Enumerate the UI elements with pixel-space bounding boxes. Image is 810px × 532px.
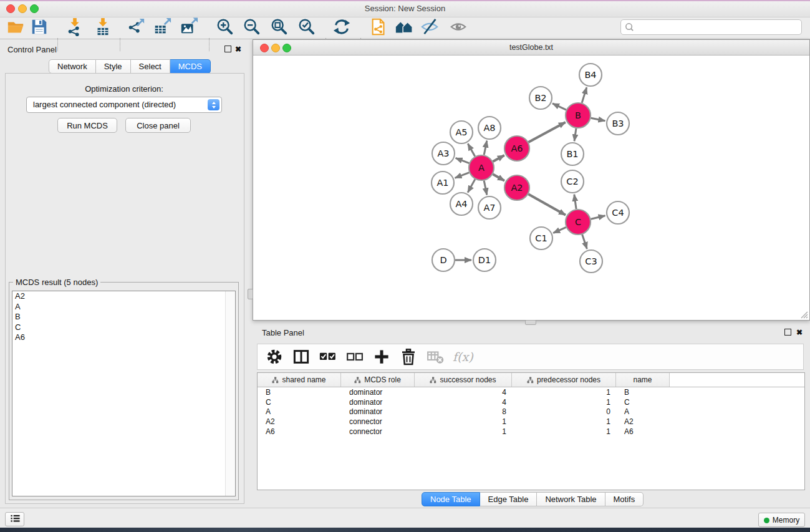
graph-node-label: B4 xyxy=(584,70,596,80)
graph-node-A3[interactable]: A3 xyxy=(432,142,455,165)
export-table-button[interactable] xyxy=(152,17,173,38)
graph-node-D1[interactable]: D1 xyxy=(473,249,496,271)
search-field[interactable] xyxy=(620,19,802,35)
column-header-shared-name[interactable]: shared name xyxy=(258,373,341,387)
column-header-predecessor-nodes[interactable]: predecessor nodes xyxy=(512,373,616,387)
float-panel-icon[interactable] xyxy=(224,46,231,52)
create-network-from-file-button[interactable] xyxy=(368,17,389,38)
run-mcds-button[interactable]: Run MCDS xyxy=(57,118,117,133)
close-table-panel-icon[interactable]: ✖ xyxy=(796,329,803,336)
horizontal-splitter-handle[interactable] xyxy=(525,320,536,325)
network-window-titlebar[interactable]: testGlobe.txt xyxy=(253,40,809,56)
graph-node-label: B3 xyxy=(612,118,624,128)
mcds-result-item[interactable]: A6 xyxy=(12,332,235,343)
float-table-panel-icon[interactable] xyxy=(784,329,791,336)
table-row[interactable]: Cdominator41C xyxy=(258,397,804,407)
scrollbar-track[interactable] xyxy=(225,291,235,496)
search-input[interactable] xyxy=(636,21,798,33)
tab-mcds[interactable]: MCDS xyxy=(170,59,211,74)
first-neighbors-button[interactable] xyxy=(393,17,415,38)
graph-edge-A2-C xyxy=(528,194,566,215)
tab-style[interactable]: Style xyxy=(96,59,131,74)
graph-edge-A-A2 xyxy=(493,174,504,180)
hide-selected-button[interactable] xyxy=(419,17,440,38)
attribute-tree-icon xyxy=(354,377,361,384)
export-network-button[interactable] xyxy=(125,17,147,38)
graph-node-label: A3 xyxy=(437,148,449,158)
add-column-button[interactable] xyxy=(372,347,391,366)
column-header-successor-nodes[interactable]: successor nodes xyxy=(415,373,512,387)
network-canvas[interactable]: B4B2BB3A8A5A6B1A3AC2A1A2A4A7C4CC1C3DD1 xyxy=(253,56,808,319)
vertical-splitter-handle[interactable] xyxy=(248,289,253,299)
mcds-result-item[interactable]: B xyxy=(12,312,235,322)
tab-motifs[interactable]: Motifs xyxy=(605,492,644,506)
graph-node-A[interactable]: A xyxy=(469,155,494,180)
graph-node-C3[interactable]: C3 xyxy=(580,250,602,273)
export-image-button[interactable] xyxy=(178,17,200,38)
show-columns-button[interactable] xyxy=(292,347,311,366)
graph-node-C1[interactable]: C1 xyxy=(530,227,552,249)
graph-node-B2[interactable]: B2 xyxy=(529,87,552,109)
graph-node-A5[interactable]: A5 xyxy=(450,121,473,143)
refresh-view-button[interactable] xyxy=(331,17,352,38)
tab-edge-table[interactable]: Edge Table xyxy=(480,492,538,506)
zoom-selected-button[interactable] xyxy=(296,17,317,38)
table-cell: C xyxy=(258,398,341,407)
graph-node-A4[interactable]: A4 xyxy=(450,193,473,215)
zoom-in-button[interactable] xyxy=(215,17,236,38)
column-header-mcds-role[interactable]: MCDS role xyxy=(341,373,415,387)
graph-node-D[interactable]: D xyxy=(432,249,455,271)
table-row[interactable]: A2connector11A2 xyxy=(258,417,804,427)
mcds-result-list[interactable]: A2ABCA6 xyxy=(12,291,236,496)
open-session-button[interactable] xyxy=(5,17,26,38)
import-table-button[interactable] xyxy=(92,17,113,38)
optimization-criterion-select[interactable]: largest connected component (directed) xyxy=(26,97,222,113)
save-session-button[interactable] xyxy=(29,17,50,38)
graph-node-B[interactable]: B xyxy=(566,103,591,128)
graph-node-A6[interactable]: A6 xyxy=(504,136,529,161)
memory-button[interactable]: Memory xyxy=(758,513,805,527)
show-all-button[interactable] xyxy=(448,17,469,38)
delete-table-button[interactable] xyxy=(426,347,445,366)
toolbar-separator xyxy=(209,38,210,51)
function-builder-button[interactable]: f(x) xyxy=(453,350,473,364)
graph-node-B1[interactable]: B1 xyxy=(561,143,584,165)
table-options-button[interactable] xyxy=(265,347,284,366)
tab-network[interactable]: Network xyxy=(49,59,96,74)
table-row[interactable]: Bdominator41B xyxy=(258,387,804,397)
graph-edge-A-A4 xyxy=(468,179,475,192)
select-all-rows-button[interactable] xyxy=(319,347,337,366)
mcds-result-item[interactable]: C xyxy=(12,322,235,333)
tab-select[interactable]: Select xyxy=(131,59,170,74)
tab-node-table[interactable]: Node Table xyxy=(422,492,480,506)
table-row[interactable]: A6connector11A6 xyxy=(258,427,804,437)
graph-node-A7[interactable]: A7 xyxy=(478,196,501,219)
close-panel-button[interactable]: Close panel xyxy=(125,118,191,133)
graph-node-A2[interactable]: A2 xyxy=(504,175,529,200)
table-row[interactable]: Adominator80A xyxy=(258,407,804,417)
toolbar-separator xyxy=(57,38,58,51)
zoom-fit-icon xyxy=(270,17,289,36)
graph-edge-A-A6 xyxy=(493,155,504,162)
graph-node-C[interactable]: C xyxy=(566,210,591,235)
import-network-button[interactable] xyxy=(64,17,85,38)
mcds-result-item[interactable]: A2 xyxy=(12,291,235,302)
delete-columns-button[interactable] xyxy=(399,347,418,366)
graph-node-B3[interactable]: B3 xyxy=(607,112,629,135)
graph-node-C4[interactable]: C4 xyxy=(607,201,629,224)
zoom-out-button[interactable] xyxy=(241,17,263,38)
graph-node-B4[interactable]: B4 xyxy=(579,64,602,86)
zoom-fit-button[interactable] xyxy=(269,17,290,38)
plus-icon xyxy=(372,347,391,366)
close-panel-icon[interactable]: ✖ xyxy=(235,46,241,53)
show-log-console-button[interactable] xyxy=(5,512,24,526)
column-header-name[interactable]: name xyxy=(616,373,670,387)
unselect-all-rows-button[interactable] xyxy=(345,347,364,366)
graph-node-A8[interactable]: A8 xyxy=(478,117,501,139)
mcds-result-item[interactable]: A xyxy=(12,302,235,312)
tab-network-table[interactable]: Network Table xyxy=(537,492,605,506)
table-cell: 1 xyxy=(512,398,616,407)
graph-node-A1[interactable]: A1 xyxy=(432,172,454,194)
graph-node-C2[interactable]: C2 xyxy=(561,170,584,193)
resize-grip-icon[interactable] xyxy=(799,310,808,319)
